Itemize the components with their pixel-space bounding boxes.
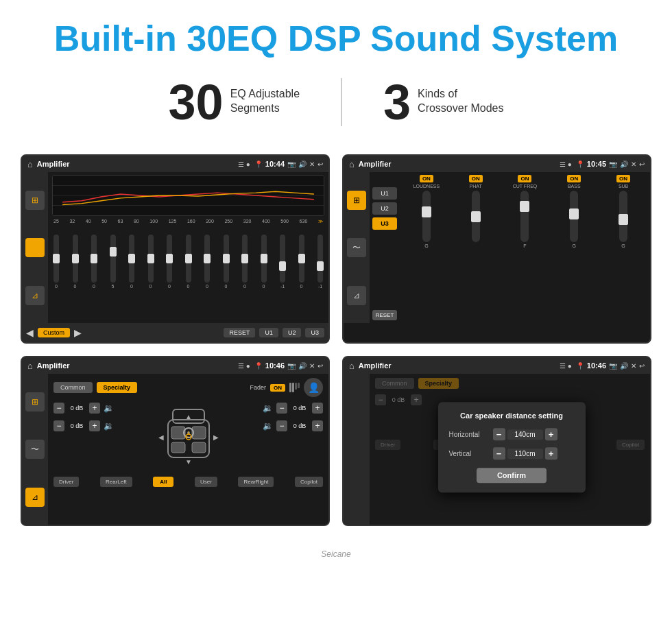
- eq-next-btn[interactable]: ▶: [74, 327, 82, 338]
- fader-bars: [289, 383, 300, 392]
- car-svg: ▲ ▼ ◀ ▶: [158, 403, 219, 471]
- eq-slider-8[interactable]: 0: [204, 235, 210, 289]
- ch-sub-label: SUB: [619, 184, 628, 189]
- user-btn[interactable]: User: [195, 477, 217, 487]
- eq-slider-14[interactable]: -1: [317, 235, 323, 289]
- back-icon-3: ↩: [317, 362, 323, 370]
- sp-filter-btn[interactable]: ⊞: [25, 392, 45, 412]
- rgt-plus-2[interactable]: +: [312, 420, 323, 431]
- eq-slider-3[interactable]: 5: [110, 235, 116, 289]
- eq-slider-1[interactable]: 0: [73, 235, 78, 289]
- page-title: Built-in 30EQ DSP Sound System: [14, 19, 658, 58]
- eq-slider-6[interactable]: 0: [167, 235, 172, 289]
- eq-slider-7[interactable]: 0: [186, 235, 191, 289]
- dsp-presets: U1 U2 U3 RESET: [370, 172, 400, 323]
- lft-plus-2[interactable]: +: [89, 420, 100, 431]
- distance-dialog: Car speaker distance setting Horizontal …: [438, 403, 586, 493]
- eq-slider-11[interactable]: 0: [261, 235, 267, 289]
- dsp-reset-btn[interactable]: RESET: [372, 310, 397, 320]
- status-icons-3: 📍 10:46 📷 🔊 ✕ ↩: [254, 361, 323, 370]
- eq-sliders: 0 0 0 5 0: [52, 227, 324, 289]
- rearright-btn[interactable]: RearRight: [238, 477, 274, 487]
- preset-u1[interactable]: U1: [372, 187, 397, 200]
- eq-u3-btn[interactable]: U3: [305, 328, 324, 337]
- ch-loudness-track[interactable]: [422, 191, 431, 242]
- vertical-minus[interactable]: −: [493, 448, 505, 460]
- ch-cutfreq-label: CUT FREQ: [513, 184, 538, 189]
- eq-slider-2[interactable]: 0: [91, 235, 97, 289]
- lft-minus-2[interactable]: −: [53, 420, 64, 431]
- close-icon-2: ✕: [631, 160, 636, 168]
- preset-u3[interactable]: U3: [372, 217, 397, 230]
- horizontal-value: 140cm: [507, 429, 543, 440]
- fader-on-badge: ON: [270, 384, 285, 392]
- dsp-vol-btn[interactable]: ⊿: [347, 286, 366, 305]
- horizontal-row: Horizontal − 140cm +: [449, 429, 575, 441]
- ch-cutfreq-thumb: [520, 201, 529, 212]
- eq-slider-9[interactable]: 0: [224, 235, 229, 289]
- horizontal-label: Horizontal: [449, 431, 489, 438]
- eq-slider-5[interactable]: 0: [148, 235, 154, 289]
- ch-bass-thumb: [569, 208, 579, 219]
- eq-vol-btn[interactable]: ⊿: [25, 286, 45, 305]
- horizontal-plus[interactable]: +: [545, 429, 557, 441]
- vertical-label: Vertical: [449, 450, 489, 457]
- ch-cutfreq-track[interactable]: [520, 191, 529, 242]
- speaker-icon-fr: 🔉: [263, 403, 273, 413]
- profile-icon[interactable]: 👤: [304, 378, 323, 397]
- dsp-filter-btn[interactable]: ⊞: [347, 191, 366, 210]
- right-vol-bot: 🔉 − 0 dB +: [263, 420, 323, 431]
- status-bar-1: ⌂ Amplifier ☰ ● 📍 10:44 📷 🔊 ✕ ↩: [22, 156, 328, 172]
- eq-u1-btn[interactable]: U1: [259, 328, 278, 337]
- rgt-minus-1[interactable]: −: [276, 403, 287, 414]
- svg-text:▲: ▲: [185, 413, 192, 420]
- lft-plus-1[interactable]: +: [89, 403, 100, 414]
- rgt-plus-1[interactable]: +: [312, 403, 323, 414]
- eq-prev-btn[interactable]: ◀: [26, 327, 34, 338]
- ch-sub-on[interactable]: ON: [616, 175, 630, 182]
- distance-screen-content: Common Specialty − 0 dB + Dr: [344, 374, 650, 525]
- dist-sidebar: [344, 374, 370, 525]
- ch-bass-on[interactable]: ON: [567, 175, 581, 182]
- eq-slider-10[interactable]: 0: [242, 235, 248, 289]
- left-vol-controls: − 0 dB + 🔉 − 0 dB + 🔉: [53, 403, 114, 471]
- lft-minus-1[interactable]: −: [53, 403, 64, 414]
- sp-wave-btn[interactable]: 〜: [25, 440, 45, 459]
- eq-reset-btn[interactable]: RESET: [224, 328, 255, 337]
- rgt-minus-2[interactable]: −: [276, 420, 287, 431]
- ch-cutfreq: ON CUT FREQ F: [503, 175, 548, 320]
- dsp-wave-btn[interactable]: 〜: [347, 238, 366, 257]
- common-btn[interactable]: Common: [53, 382, 93, 393]
- eq-custom-btn[interactable]: Custom: [38, 328, 70, 337]
- specialty-btn[interactable]: Specialty: [97, 382, 138, 393]
- ch-cutfreq-on[interactable]: ON: [518, 175, 531, 182]
- eq-slider-12[interactable]: -1: [280, 235, 285, 289]
- horizontal-minus[interactable]: −: [493, 429, 505, 441]
- eq-slider-13[interactable]: 0: [299, 235, 304, 289]
- ch-phat-track[interactable]: [472, 191, 480, 242]
- eq-u2-btn[interactable]: U2: [283, 328, 302, 337]
- volume-icon-1: 🔊: [298, 160, 307, 168]
- stat-crossover: 3 Kinds ofCrossover Modes: [342, 77, 544, 127]
- dsp-channels-area: ON LOUDNESS G ON PHAT: [400, 172, 650, 323]
- all-btn[interactable]: All: [153, 477, 173, 487]
- ch-loudness: ON LOUDNESS G: [404, 175, 449, 320]
- driver-btn[interactable]: Driver: [53, 477, 79, 487]
- time-3: 10:46: [265, 361, 285, 370]
- eq-slider-4[interactable]: 0: [129, 235, 134, 289]
- preset-u2[interactable]: U2: [372, 202, 397, 215]
- ch-phat-on[interactable]: ON: [469, 175, 483, 182]
- sp-vol-btn[interactable]: ⊿: [25, 488, 45, 507]
- ch-bass-track[interactable]: [570, 191, 578, 242]
- eq-wave-btn[interactable]: 〜: [25, 238, 45, 257]
- vertical-plus[interactable]: +: [545, 448, 557, 460]
- confirm-button[interactable]: Confirm: [477, 468, 547, 484]
- copilot-btn[interactable]: Copilot: [295, 477, 323, 487]
- vertical-row: Vertical − 110cm +: [449, 448, 575, 460]
- eq-filter-btn[interactable]: ⊞: [25, 191, 45, 210]
- right-val-1: 0 dB: [289, 405, 310, 412]
- rearleft-btn[interactable]: RearLeft: [100, 477, 132, 487]
- ch-sub-track[interactable]: [619, 191, 627, 242]
- ch-loudness-on[interactable]: ON: [420, 175, 433, 182]
- eq-slider-0[interactable]: 0: [53, 235, 59, 289]
